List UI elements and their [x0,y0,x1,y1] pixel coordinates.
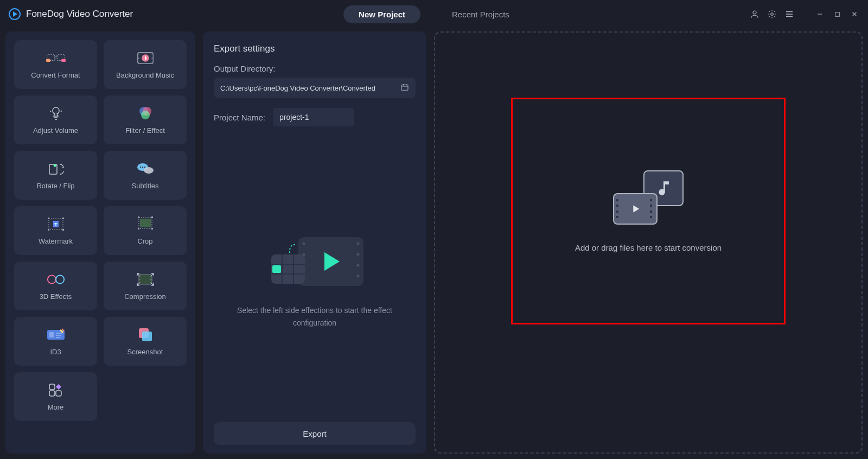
menu-icon[interactable] [784,9,794,19]
watermark-icon: T [46,216,66,232]
svg-point-62 [357,264,360,267]
tool-label: Watermark [39,237,73,245]
svg-rect-37 [151,228,153,229]
output-directory-label: Output Directory: [214,64,416,73]
output-directory-value: C:\Users\pc\FoneDog Video Converter\Conv… [220,84,375,92]
svg-text:T: T [54,222,58,227]
svg-rect-53 [56,391,61,396]
tool-adjust-volume[interactable]: Adjust Volume [14,95,97,144]
project-tabs: New Project Recent Projects [343,5,525,23]
tool-label: Convert Format [31,71,80,79]
svg-rect-31 [62,229,64,231]
tool-convert-format[interactable]: Convert Format [14,40,97,89]
3d-effects-icon [46,272,66,287]
background-music-icon [136,50,155,66]
subtitles-icon [136,161,155,176]
tool-background-music[interactable]: Background Music [104,40,187,89]
svg-point-19 [53,164,56,167]
main-content: Convert Format Background Music Adjust V… [0,28,868,459]
export-hint-text: Select the left side effections to start… [228,304,401,329]
svg-point-23 [142,166,143,167]
svg-point-9 [138,58,139,59]
window-controls [750,9,859,19]
tool-label: Crop [137,237,152,245]
svg-rect-30 [48,229,49,231]
svg-rect-54 [401,85,408,90]
svg-rect-2 [835,12,839,16]
svg-rect-6 [61,59,66,61]
svg-point-11 [151,53,152,54]
svg-rect-48 [49,332,54,337]
tool-subtitles[interactable]: Subtitles [104,151,187,200]
convert-format-icon [46,50,66,66]
tool-watermark[interactable]: T Watermark [14,206,97,255]
tool-rotate-flip[interactable]: Rotate / Flip [14,151,97,200]
svg-point-21 [144,167,154,174]
svg-rect-35 [151,216,153,218]
project-name-label: Project Name: [214,113,265,122]
svg-point-41 [139,276,141,277]
screenshot-icon [136,327,155,342]
svg-point-8 [138,53,139,54]
tool-label: Compression [124,292,166,301]
minimize-button[interactable] [815,9,825,19]
tool-filter-effect[interactable]: Filter / Effect [104,95,187,144]
svg-point-13 [151,61,152,62]
svg-point-24 [144,166,145,167]
svg-point-61 [357,253,360,256]
tool-id3[interactable]: ID3 [14,317,97,366]
account-icon[interactable] [750,9,760,19]
svg-rect-28 [48,218,49,219]
svg-point-44 [150,276,151,277]
tab-recent-projects[interactable]: Recent Projects [437,5,525,23]
browse-folder-icon[interactable] [400,83,409,93]
adjust-volume-icon [46,106,66,121]
crop-icon [136,216,155,232]
svg-point-10 [138,61,139,62]
svg-point-17 [141,111,150,119]
compression-icon [136,272,155,287]
tool-3d-effects[interactable]: 3D Effects [14,262,97,310]
rotate-flip-icon [46,161,66,176]
svg-rect-34 [138,216,139,218]
svg-point-43 [139,282,141,283]
tab-new-project[interactable]: New Project [343,5,420,23]
svg-point-42 [139,279,141,280]
svg-rect-65 [272,265,281,273]
svg-point-12 [151,58,152,59]
tool-more[interactable]: More [14,372,97,421]
titlebar: FoneDog Video Converter New Project Rece… [0,0,868,28]
more-icon [46,382,66,398]
svg-point-1 [771,13,774,16]
close-button[interactable] [850,9,859,19]
tool-label: Subtitles [132,182,159,190]
tool-label: Screenshot [127,348,163,356]
tool-label: Rotate / Flip [36,182,74,190]
drop-zone-text: Add or drag files here to start conversi… [575,243,722,252]
drop-zone[interactable]: Add or drag files here to start conversi… [511,98,786,324]
tool-panel: Convert Format Background Music Adjust V… [5,31,195,454]
output-directory-field[interactable]: C:\Users\pc\FoneDog Video Converter\Conv… [214,78,416,98]
svg-rect-40 [139,275,152,284]
tool-label: 3D Effects [40,292,72,301]
tool-screenshot[interactable]: Screenshot [104,317,187,366]
export-button-label: Export [303,429,326,438]
svg-point-0 [753,11,756,14]
svg-rect-51 [49,384,55,390]
svg-point-46 [150,282,151,283]
maximize-button[interactable] [832,9,842,19]
media-drop-icon [613,170,684,225]
tool-compression[interactable]: Compression [104,262,187,310]
id3-icon [46,327,66,342]
app-name: FoneDog Video Converter [26,9,133,20]
svg-rect-32 [140,219,151,227]
export-button[interactable]: Export [214,422,416,445]
svg-point-39 [56,275,64,283]
tool-label: Background Music [116,71,174,79]
svg-point-56 [303,243,305,245]
tool-crop[interactable]: Crop [104,206,187,255]
project-name-input[interactable] [273,108,354,126]
settings-icon[interactable] [767,9,777,19]
effect-illustration-icon [260,227,369,292]
svg-point-22 [139,166,141,167]
